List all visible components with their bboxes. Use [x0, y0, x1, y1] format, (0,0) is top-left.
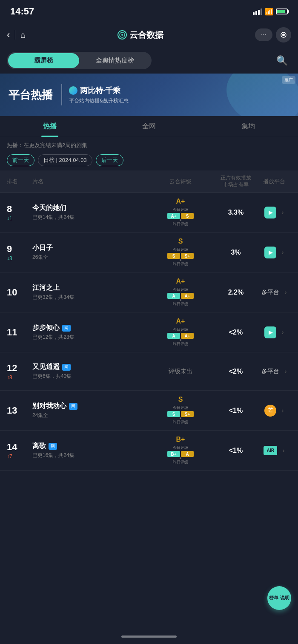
- nav-title: 云合数据: [31, 29, 249, 41]
- banner-subtitle: 平台站内热播&飙升榜汇总: [69, 97, 129, 105]
- rating-info-row: 今日评级 AA+ 昨日评级: [167, 327, 194, 347]
- wifi-icon: 📶: [265, 8, 273, 16]
- yesterday-label: 昨日评级: [171, 261, 190, 267]
- back-button[interactable]: ‹: [7, 29, 10, 40]
- rank-column: 8 ↓1: [7, 204, 32, 221]
- platform-column: ▶ ›: [257, 247, 291, 258]
- table-row[interactable]: 13 别对我动心网 24集全 S 今日评级 SS+ 昨日评级 <1% 芒 ›: [0, 391, 298, 431]
- show-info: 已更16集，共24集: [32, 452, 146, 459]
- banner[interactable]: 平台热播 两比特·千乘 平台站内热播&飙升榜汇总 推广: [0, 74, 298, 116]
- tab-yuqing[interactable]: 全舆情热度榜: [79, 53, 150, 68]
- market-column: <2%: [215, 368, 257, 375]
- rating-grade: S: [178, 396, 183, 403]
- today-label: 今日评级: [171, 405, 190, 411]
- signal-icon: [253, 9, 262, 15]
- camera-button[interactable]: [276, 27, 291, 43]
- today-label: 今日评级: [171, 207, 190, 213]
- rating-column: A+ 今日评级 A+S 昨日评级: [146, 198, 215, 227]
- chevron-icon: ›: [281, 249, 284, 256]
- content-tab-jijun[interactable]: 集均: [199, 116, 298, 137]
- platform-column: AiR ›: [257, 446, 291, 455]
- home-indicator: [121, 635, 177, 638]
- content-tab-quanwang[interactable]: 全网: [99, 116, 198, 137]
- banner-divider: [61, 84, 62, 105]
- rating-bars-today: A+S: [167, 213, 194, 219]
- bottom-bar: [0, 629, 298, 644]
- rating-column: 评级未出: [146, 368, 215, 375]
- platform-column: 多平台 ›: [257, 368, 291, 375]
- rating-grade: B+: [176, 436, 185, 443]
- show-title: 今天的她们: [32, 204, 146, 213]
- rating-bar: S+: [181, 253, 194, 259]
- table-row[interactable]: 9 ↓3 小日子 26集全 S 今日评级 SS+ 昨日评级 3% ▶ ›: [0, 233, 298, 272]
- table-body: 8 ↓1 今天的她们 已更14集，共24集 A+ 今日评级 A+S 昨日评级 3…: [0, 193, 298, 471]
- floating-explanation-button[interactable]: 榜单 说明: [267, 586, 291, 610]
- rating-bar: S: [181, 213, 194, 219]
- show-title: 别对我动心网: [32, 402, 146, 411]
- rank-number: 9: [7, 244, 12, 255]
- yesterday-label: 昨日评级: [171, 301, 190, 307]
- home-button[interactable]: ⌂: [20, 30, 26, 40]
- show-title: 又见逍遥网: [32, 363, 146, 372]
- rating-column: A+ 今日评级 AA+ 昨日评级: [146, 278, 215, 307]
- rating-dot: [180, 417, 181, 419]
- show-badge: 网: [69, 403, 77, 410]
- chevron-icon: ›: [281, 209, 284, 216]
- show-badge: 网: [62, 325, 71, 332]
- svg-point-1: [121, 34, 123, 36]
- show-badge: 网: [62, 364, 71, 371]
- banner-right: 两比特·千乘 平台站内热播&飙升榜汇总: [69, 85, 129, 105]
- next-day-button[interactable]: 后一天: [96, 154, 123, 166]
- current-date[interactable]: 日榜 | 2024.04.03: [38, 154, 92, 166]
- rating-bars-today: AA+: [167, 293, 194, 299]
- table-row[interactable]: 10 江河之上 已更32集，共34集 A+ 今日评级 AA+ 昨日评级 2.2%…: [0, 272, 298, 312]
- platform-column: ▶ ›: [257, 207, 291, 218]
- table-row[interactable]: 14 ↑7 离歌网 已更16集，共24集 B+ 今日评级 B+A 昨日评级 <1…: [0, 431, 298, 471]
- header-rank: 排名: [7, 178, 32, 185]
- show-info: 已更32集，共34集: [32, 294, 146, 301]
- main-tab-group: 霸屏榜 全舆情热度榜: [7, 52, 152, 69]
- no-rating: 评级未出: [169, 368, 192, 375]
- header-platform: 播放平台: [257, 178, 291, 185]
- chevron-icon: ›: [281, 407, 284, 414]
- yesterday-label: 昨日评级: [171, 420, 190, 425]
- market-column: <1%: [215, 447, 257, 454]
- banner-tag: 推广: [282, 76, 295, 84]
- today-label: 今日评级: [171, 247, 190, 252]
- rank-number: 14: [7, 442, 17, 453]
- market-column: <2%: [215, 329, 257, 336]
- show-title: 小日子: [32, 244, 146, 252]
- header-name: 片名: [32, 178, 146, 185]
- status-bar: 14:57 📶: [0, 0, 298, 22]
- platform-multi: 多平台: [261, 289, 279, 296]
- market-column: 3%: [215, 249, 257, 256]
- content-tab-rebao[interactable]: 热播: [0, 116, 99, 137]
- app-logo-icon: [117, 30, 127, 40]
- more-button[interactable]: ···: [255, 28, 272, 41]
- chevron-icon: ›: [284, 368, 287, 375]
- rating-dot: [180, 299, 181, 301]
- rating-bars-today: SS+: [167, 411, 194, 417]
- rating-dot: [180, 259, 181, 261]
- show-info: 26集全: [32, 254, 146, 261]
- search-button[interactable]: 🔍: [273, 54, 291, 68]
- rating-grade: A+: [176, 278, 185, 285]
- app-title: 云合数据: [129, 29, 163, 41]
- rating-dot: [180, 339, 181, 341]
- table-row[interactable]: 12 ↑8 又见逍遥网 已更6集，共40集 评级未出 <2% 多平台 ›: [0, 352, 298, 391]
- table-row[interactable]: 11 步步倾心网 已更12集，共28集 A+ 今日评级 AA+ 昨日评级 <2%…: [0, 312, 298, 352]
- table-row[interactable]: 8 ↓1 今天的她们 已更14集，共24集 A+ 今日评级 A+S 昨日评级 3…: [0, 193, 298, 233]
- rating-info-row: 今日评级 SS+ 昨日评级: [167, 405, 194, 425]
- rating-dot: [180, 457, 181, 459]
- platform-icon-iqiyi: ▶: [264, 326, 276, 338]
- rating-bars-today: AA+: [167, 333, 194, 339]
- rating-info-row: 今日评级 A+S 昨日评级: [167, 207, 194, 227]
- prev-day-button[interactable]: 前一天: [7, 154, 34, 166]
- today-label: 今日评级: [171, 327, 190, 332]
- chevron-icon: ›: [282, 447, 284, 454]
- tab-baping[interactable]: 霸屏榜: [8, 53, 79, 68]
- rating-info-row: 今日评级 SS+ 昨日评级: [167, 247, 194, 267]
- rating-column: S 今日评级 SS+ 昨日评级: [146, 396, 215, 425]
- show-badge: 网: [49, 443, 57, 450]
- rating-grade: A+: [176, 318, 185, 325]
